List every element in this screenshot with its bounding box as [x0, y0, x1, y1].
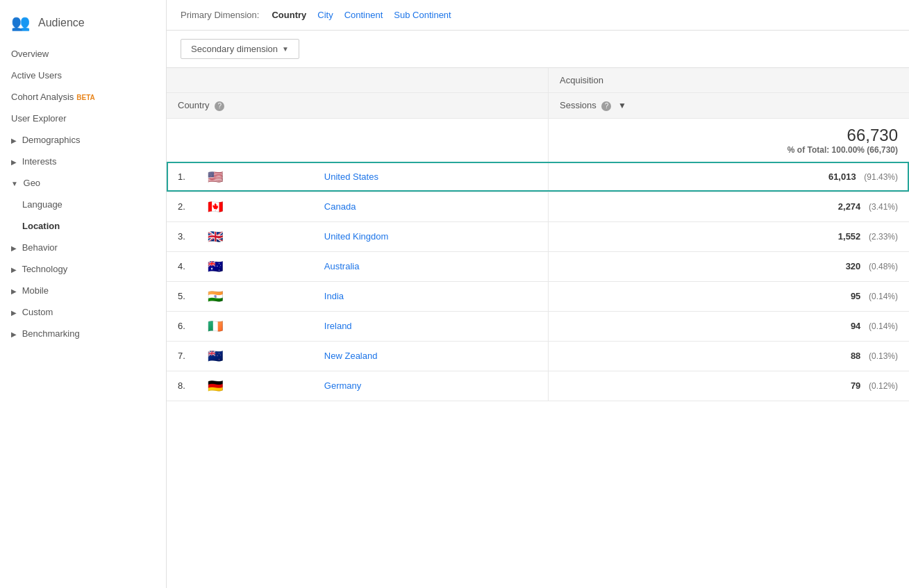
sidebar-item-label: Technology — [22, 264, 67, 274]
country-link[interactable]: United Kingdom — [324, 231, 389, 242]
sidebar-item-label: Mobile — [22, 285, 49, 296]
sidebar-item-custom[interactable]: ▶ Custom — [0, 301, 166, 323]
sessions-percent: (2.33%) — [869, 232, 898, 242]
country-link[interactable]: New Zealand — [324, 351, 378, 361]
topnav-item-country: Country — [267, 8, 310, 22]
row-number: 1. — [167, 162, 197, 192]
country-link[interactable]: India — [324, 291, 344, 301]
row-number: 4. — [167, 251, 197, 281]
row-flag: 🇮🇳 — [197, 281, 313, 311]
row-country: United Kingdom — [313, 221, 549, 251]
sidebar-item-technology[interactable]: ▶ Technology — [0, 258, 166, 280]
topnav-item-sub-continent[interactable]: Sub Continent — [390, 8, 455, 22]
row-country: New Zealand — [313, 341, 549, 371]
table-row: 8. 🇩🇪 Germany 79 (0.12%) — [167, 371, 909, 401]
sessions-help-icon[interactable]: ? — [601, 101, 611, 111]
sidebar-item-overview[interactable]: Overview — [0, 43, 166, 65]
sidebar-item-demographics[interactable]: ▶ Demographics — [0, 129, 166, 151]
table-header-row-columns: Country ? Sessions ? ▼ — [167, 93, 909, 119]
row-number: 5. — [167, 281, 197, 311]
sidebar-item-benchmarking[interactable]: ▶ Benchmarking — [0, 323, 166, 344]
th-country: Country ? — [167, 93, 549, 119]
row-flag: 🇦🇺 — [197, 251, 313, 281]
table-row: 2. 🇨🇦 Canada 2,274 (3.41%) — [167, 192, 909, 221]
data-table: Acquisition Country ? Sessions ? ▼ 66,73… — [167, 68, 909, 401]
sidebar-item-label: Behavior — [22, 242, 58, 253]
row-flag: 🇬🇧 — [197, 221, 313, 251]
secondary-dimension-bar: Secondary dimension ▼ — [167, 31, 909, 68]
sort-arrow-icon: ▼ — [618, 101, 626, 110]
row-sessions: 79 (0.12%) — [549, 371, 909, 401]
row-flag: 🇨🇦 — [197, 192, 313, 221]
row-country: Ireland — [313, 311, 549, 341]
topnav-item-city[interactable]: City — [313, 8, 337, 22]
arrow-icon: ▼ — [11, 180, 18, 187]
audience-icon: 👥 — [11, 14, 30, 32]
row-sessions: 1,552 (2.33%) — [549, 221, 909, 251]
row-sessions: 61,013 (91.43%) — [549, 162, 909, 192]
row-flag: 🇳🇿 — [197, 341, 313, 371]
country-link[interactable]: Canada — [324, 201, 356, 212]
country-link[interactable]: Ireland — [324, 321, 352, 331]
sidebar-item-label: Language — [22, 199, 62, 210]
total-sessions-value: 66,730 — [560, 126, 898, 145]
row-number: 3. — [167, 221, 197, 251]
row-sessions: 2,274 (3.41%) — [549, 192, 909, 221]
sidebar-item-location[interactable]: Location — [0, 215, 166, 237]
row-country: Germany — [313, 371, 549, 401]
table-row: 6. 🇮🇪 Ireland 94 (0.14%) — [167, 311, 909, 341]
total-sessions-cell: 66,730 % of Total: 100.00% (66,730) — [549, 118, 909, 162]
row-sessions: 320 (0.48%) — [549, 251, 909, 281]
sidebar-item-label: Overview — [11, 49, 49, 59]
secondary-dimension-button[interactable]: Secondary dimension ▼ — [181, 39, 299, 59]
arrow-icon: ▶ — [11, 287, 17, 295]
sidebar-item-active-users[interactable]: Active Users — [0, 65, 166, 86]
arrow-icon: ▶ — [11, 309, 17, 317]
sidebar-item-user-explorer[interactable]: User Explorer — [0, 108, 166, 129]
sessions-percent: (3.41%) — [869, 202, 898, 212]
table-total-row: 66,730 % of Total: 100.00% (66,730) — [167, 118, 909, 162]
arrow-icon: ▶ — [11, 266, 17, 274]
sidebar-item-label: Geo — [24, 178, 41, 188]
primary-dimension-nav: Primary Dimension: CountryCityContinentS… — [167, 0, 909, 31]
th-sessions: Sessions ? ▼ — [549, 93, 909, 119]
total-label-cell — [167, 118, 549, 162]
main-content: Primary Dimension: CountryCityContinentS… — [167, 0, 909, 588]
sessions-percent: (0.48%) — [869, 262, 898, 271]
th-empty — [167, 68, 549, 93]
sidebar-item-language[interactable]: Language — [0, 194, 166, 215]
sidebar-item-interests[interactable]: ▶ Interests — [0, 151, 166, 172]
row-country: Australia — [313, 251, 549, 281]
topnav-item-continent[interactable]: Continent — [340, 8, 387, 22]
row-flag: 🇩🇪 — [197, 371, 313, 401]
sessions-number: 88 — [851, 351, 860, 361]
table-row: 7. 🇳🇿 New Zealand 88 (0.13%) — [167, 341, 909, 371]
country-link[interactable]: Australia — [324, 261, 360, 271]
sessions-percent: (0.13%) — [869, 351, 898, 361]
row-country: United States — [313, 162, 549, 192]
sessions-number: 320 — [846, 261, 861, 271]
table-row: 4. 🇦🇺 Australia 320 (0.48%) — [167, 251, 909, 281]
row-flag: 🇮🇪 — [197, 311, 313, 341]
sessions-percent: (91.43%) — [864, 172, 898, 182]
beta-badge: BETA — [76, 94, 94, 101]
sidebar-item-geo[interactable]: ▼ Geo — [0, 172, 166, 194]
primary-dimension-label: Primary Dimension: — [181, 10, 259, 20]
sidebar-item-label: Demographics — [22, 135, 81, 145]
row-sessions: 88 (0.13%) — [549, 341, 909, 371]
table-row: 5. 🇮🇳 India 95 (0.14%) — [167, 281, 909, 311]
sidebar-item-behavior[interactable]: ▶ Behavior — [0, 237, 166, 258]
total-percent-label: % of Total: 100.00% (66,730) — [560, 145, 898, 155]
sidebar-item-label: Location — [22, 221, 60, 231]
arrow-icon: ▶ — [11, 330, 17, 338]
sessions-percent: (0.12%) — [869, 381, 898, 391]
country-help-icon[interactable]: ? — [215, 101, 224, 111]
table-row: 1. 🇺🇸 United States 61,013 (91.43%) — [167, 162, 909, 192]
country-link[interactable]: United States — [324, 171, 378, 182]
sidebar-item-cohort-analysis[interactable]: Cohort AnalysisBETA — [0, 86, 166, 108]
row-number: 2. — [167, 192, 197, 221]
sessions-number: 2,274 — [838, 201, 861, 212]
row-country: Canada — [313, 192, 549, 221]
sidebar-item-mobile[interactable]: ▶ Mobile — [0, 280, 166, 301]
country-link[interactable]: Germany — [324, 380, 361, 391]
